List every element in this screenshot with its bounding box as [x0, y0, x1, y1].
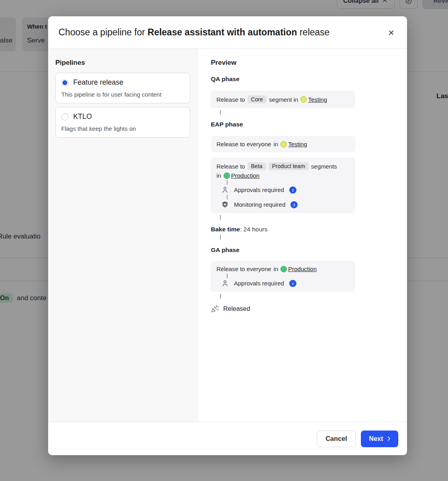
cancel-button[interactable]: Cancel	[317, 431, 356, 447]
pipeline-option-label: KTLO	[73, 112, 92, 121]
monitoring-required-label: Monitoring required	[234, 201, 285, 208]
preview-heading: Preview	[211, 59, 407, 67]
approvals-required-label: Approvals required	[234, 280, 284, 287]
eap-step1-card: Release to everyone in Testing	[211, 136, 355, 152]
environment-name: Production	[231, 172, 260, 179]
environment-link[interactable]: Testing	[300, 96, 327, 103]
flow-connector	[220, 215, 221, 220]
close-icon[interactable]: ×	[386, 26, 397, 39]
released-row: Released	[211, 305, 407, 313]
environment-name: Testing	[288, 141, 307, 147]
modal-title: Choose a pipeline for Release assistant …	[58, 27, 386, 38]
environment-link[interactable]: Production	[224, 172, 260, 179]
person-icon	[221, 279, 229, 287]
title-suffix: release	[300, 27, 329, 37]
person-icon	[221, 186, 229, 194]
segments-text: segments	[311, 163, 337, 170]
environment-name: Production	[288, 266, 317, 272]
chevron-right-icon	[386, 436, 392, 442]
segment-badge: Beta	[247, 162, 266, 170]
party-popper-icon	[211, 305, 219, 313]
production-env-dot-icon	[224, 173, 230, 179]
release-to-text: Release to everyone	[216, 141, 271, 147]
environment-link[interactable]: Testing	[280, 141, 307, 147]
flow-connector	[227, 195, 228, 200]
flow-connector	[220, 110, 221, 115]
radio-selected[interactable]	[61, 79, 68, 86]
info-icon[interactable]: i	[289, 280, 296, 287]
info-icon[interactable]: i	[290, 201, 298, 208]
segment-in-text: segment in	[269, 96, 298, 103]
bake-time-value: 24 hours	[243, 226, 267, 233]
app-root: Collapse all Review alse When t Serve Ru…	[0, 0, 448, 481]
qa-phase-label: QA phase	[211, 76, 407, 83]
modal-header: Choose a pipeline for Release assistant …	[48, 16, 407, 49]
production-env-dot-icon	[280, 266, 287, 272]
segment-badge: Core	[247, 95, 267, 103]
flow-connector	[220, 294, 221, 299]
pipeline-option-feature-release[interactable]: Feature release This pipeline is for use…	[55, 73, 190, 103]
testing-env-dot-icon	[280, 141, 287, 147]
bake-time-separator: :	[240, 226, 242, 233]
modal-body: Pipelines Feature release This pipeline …	[48, 49, 407, 422]
environment-name: Testing	[308, 96, 327, 103]
bake-time-label: Bake time	[211, 226, 240, 233]
modal-footer: Cancel Next	[48, 422, 407, 455]
title-flag-name: Release assistant with automation	[148, 27, 297, 37]
title-prefix: Choose a pipeline for	[58, 27, 145, 37]
released-label: Released	[223, 305, 250, 312]
release-to-text: Release to everyone	[216, 266, 271, 272]
pipelines-pane: Pipelines Feature release This pipeline …	[48, 49, 198, 422]
bake-time-row: Bake time: 24 hours	[211, 226, 407, 233]
environment-link[interactable]: Production	[280, 266, 317, 272]
release-to-text: Release to	[216, 96, 245, 103]
pipeline-option-description: Flags that keep the lights on	[61, 125, 184, 132]
info-icon[interactable]: i	[289, 186, 296, 194]
pipelines-heading: Pipelines	[55, 59, 190, 67]
approvals-required-label: Approvals required	[234, 186, 284, 193]
eap-phase-label: EAP phase	[211, 121, 407, 128]
pipeline-option-description: This pipeline is for user facing content	[61, 91, 184, 98]
release-to-text: Release to	[216, 163, 245, 170]
flow-connector	[220, 235, 221, 240]
ga-phase-card: Release to everyone in Production Approv…	[211, 261, 355, 292]
segment-badge: Product team	[269, 162, 309, 170]
pipeline-option-ktlo[interactable]: KTLO Flags that keep the lights on	[55, 107, 190, 138]
flow-connector	[227, 180, 228, 185]
radio-unselected[interactable]	[61, 113, 68, 120]
pipeline-option-label: Feature release	[73, 78, 123, 87]
in-text: in	[274, 141, 279, 147]
testing-env-dot-icon	[300, 96, 307, 103]
preview-pane: Preview QA phase Release to Core segment…	[198, 49, 407, 422]
in-text: in	[274, 266, 279, 272]
qa-phase-card: Release to Core segment in Testing	[211, 91, 355, 108]
next-button[interactable]: Next	[361, 431, 398, 447]
flow-connector	[227, 273, 228, 278]
next-label: Next	[369, 435, 383, 442]
ga-phase-label: GA phase	[211, 246, 407, 254]
choose-pipeline-modal: Choose a pipeline for Release assistant …	[48, 16, 407, 455]
shield-heart-icon	[221, 201, 229, 208]
in-text: in	[216, 172, 221, 179]
eap-step2-card: Release to Beta Product team segments in…	[211, 157, 355, 213]
